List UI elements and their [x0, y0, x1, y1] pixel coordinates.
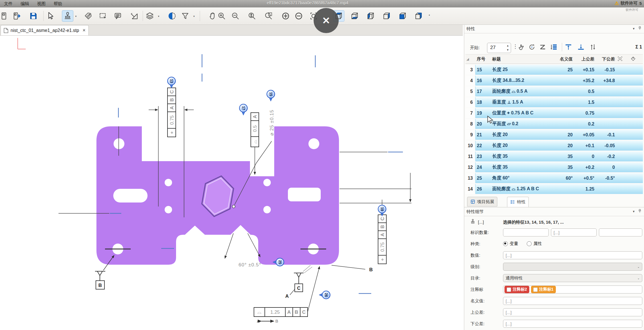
- part-geometry[interactable]: [96, 126, 339, 265]
- table-row[interactable]: 315长度 2525+0.15-0.15: [465, 65, 643, 75]
- view-cube-front-button[interactable]: [397, 11, 408, 21]
- layers-dropdown[interactable]: ▼: [158, 15, 160, 18]
- import-button[interactable]: [11, 11, 22, 21]
- expand-plus-button[interactable]: [280, 11, 291, 21]
- small-hole-4[interactable]: [263, 206, 271, 213]
- value-input[interactable]: [...]: [503, 251, 642, 259]
- list-sort-icon[interactable]: [550, 43, 557, 52]
- id-count-input-1[interactable]: [503, 228, 549, 236]
- zoom-out-button[interactable]: [230, 11, 241, 21]
- catalog-select[interactable]: 通用特性⌄: [503, 274, 642, 282]
- menu-file[interactable]: 文件: [0, 1, 17, 7]
- zoom-fit-button[interactable]: [247, 11, 257, 21]
- tag-button[interactable]: [83, 11, 94, 21]
- small-hole-2[interactable]: [165, 206, 172, 213]
- tab-project-expand[interactable]: 项目拓展: [467, 197, 497, 206]
- open-button[interactable]: [0, 11, 9, 21]
- table-row[interactable]: 416长度 34.8...35.2+35.2+34.8: [465, 76, 643, 86]
- table-row[interactable]: 517面轮廓度 ⌓ 0.5 A0.5: [465, 86, 643, 96]
- move-top-icon[interactable]: [565, 43, 572, 52]
- details-dropdown-icon[interactable]: ▼: [632, 210, 635, 213]
- zoom-in-button[interactable]: [216, 11, 227, 21]
- nominal-input[interactable]: [...]: [503, 297, 642, 305]
- view-cube-back-button[interactable]: [413, 11, 424, 21]
- view-cube-right-button[interactable]: [381, 11, 392, 21]
- tag-column-icon[interactable]: [629, 56, 642, 62]
- layers-button[interactable]: [144, 11, 155, 21]
- menu-view[interactable]: 视图: [33, 1, 50, 7]
- comment-button[interactable]: [112, 11, 123, 21]
- table-row[interactable]: 921长度 2020+0.05-0.1: [465, 130, 643, 140]
- save-button[interactable]: [28, 11, 39, 21]
- id-count-input-3[interactable]: [599, 228, 642, 236]
- filter-dropdown[interactable]: ▼: [193, 15, 195, 18]
- balloon-26[interactable]: 26: [319, 291, 330, 299]
- level-select[interactable]: ⌄: [503, 263, 642, 271]
- view-cube-left-button[interactable]: [365, 11, 376, 21]
- pin-icon[interactable]: [637, 26, 642, 31]
- license-warning[interactable]: ⚠ 软件许可 5: [615, 1, 642, 6]
- fcf-17[interactable]: A0.5⌓: [251, 113, 259, 147]
- hole-top-left[interactable]: [114, 138, 124, 149]
- dim-angle[interactable]: 60° ±0.5°: [239, 262, 261, 268]
- details-pin-icon[interactable]: [637, 209, 642, 214]
- slot-right[interactable]: [288, 188, 321, 201]
- sort-corner[interactable]: ◢: [465, 57, 476, 61]
- table-row[interactable]: 1123长度 35350-0.2: [465, 151, 643, 161]
- table-row[interactable]: 1325角度 60°60°+0.5°-0.5°: [465, 173, 643, 183]
- select-mode-icon[interactable]: [518, 43, 525, 52]
- table-row[interactable]: 1022长度 2020+0.1-0.05: [465, 141, 643, 151]
- spinner-arrows-icon[interactable]: ▲▼: [506, 44, 509, 52]
- stamp-button[interactable]: [62, 11, 73, 21]
- panel-dropdown-icon[interactable]: ▼: [632, 27, 635, 30]
- measure-button[interactable]: [129, 11, 140, 21]
- stamp-dropdown[interactable]: ▼: [75, 15, 77, 18]
- note-chip-2[interactable]: 注释标2: [504, 286, 529, 293]
- cad-viewport[interactable]: B C A B ⌀ 25 ±0.15 60° ±0.5° A B CBA0.75…: [0, 0, 463, 330]
- filter-button[interactable]: [180, 11, 191, 21]
- chip-checkbox[interactable]: [533, 288, 538, 292]
- table-row[interactable]: 1224长度 3535+0.20: [465, 162, 643, 172]
- note-chip-1[interactable]: 注释标1: [531, 286, 556, 293]
- view-cube-bottom-button[interactable]: [349, 11, 360, 21]
- slot-left[interactable]: [113, 189, 148, 203]
- table-header[interactable]: ◢ 序号 标题 名义值 上公差 下公差: [465, 54, 643, 64]
- tab-close-icon[interactable]: ×: [82, 27, 86, 33]
- balloon-13[interactable]: 13: [167, 77, 175, 88]
- select-region-button[interactable]: [98, 11, 108, 21]
- lower-tol-input[interactable]: [...]: [503, 320, 642, 328]
- radio-attribute[interactable]: 属性: [527, 241, 542, 246]
- video-close-overlay[interactable]: ✕: [314, 8, 339, 33]
- balloon-19[interactable]: 19: [378, 205, 386, 216]
- fcf-19[interactable]: CBA0.75⌖: [378, 215, 386, 264]
- radio-variable[interactable]: 变量: [503, 241, 518, 246]
- upper-tol-input[interactable]: [...]: [503, 308, 642, 316]
- balloon-17[interactable]: 17: [239, 104, 247, 115]
- z-order-icon[interactable]: [539, 43, 546, 52]
- frame-select-column-icon[interactable]: [616, 56, 629, 62]
- zoom-window-button[interactable]: [263, 11, 274, 21]
- rotate-icon[interactable]: [528, 43, 536, 52]
- fcf-13[interactable]: CBA0.75⌖: [167, 88, 176, 137]
- chip-checkbox[interactable]: [507, 288, 511, 292]
- document-tab[interactable]: nist_ctc_01_asme1_ap242-e1.stp ×: [1, 25, 89, 35]
- small-hole-3[interactable]: [263, 179, 271, 186]
- tab-characteristics[interactable]: 特性: [507, 197, 529, 207]
- menu-edit[interactable]: 编辑: [17, 1, 33, 7]
- toolbar-more[interactable]: ◂: [429, 14, 430, 16]
- start-spinner[interactable]: 27 ▲▼: [487, 43, 511, 53]
- small-hole-1[interactable]: [165, 179, 172, 186]
- dim-diameter[interactable]: ⌀ 25 ±0.15: [269, 110, 274, 135]
- reorder-icon[interactable]: [589, 43, 597, 52]
- fcf-26[interactable]: ⌓1.25ABC: [254, 307, 308, 317]
- table-row[interactable]: 618垂直度 ⊥ 1.5 A1.5: [465, 97, 643, 107]
- collapse-minus-button[interactable]: [293, 11, 304, 21]
- balloon-15[interactable]: 15: [267, 90, 275, 101]
- id-count-input-2[interactable]: [...]: [551, 228, 597, 236]
- menu-help[interactable]: 帮助: [50, 1, 66, 7]
- section-view-button[interactable]: [167, 11, 177, 21]
- select-arrow-button[interactable]: [45, 11, 56, 21]
- move-bottom-icon[interactable]: [577, 43, 585, 52]
- table-row[interactable]: 1426面轮廓度 ⌓ 1.25 A B C1.25: [465, 184, 643, 194]
- hole-top-right[interactable]: [308, 138, 319, 149]
